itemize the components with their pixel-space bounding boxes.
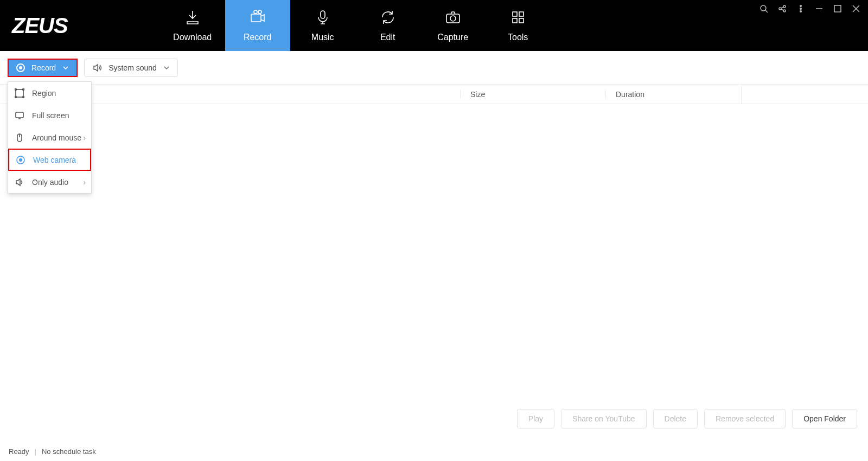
svg-point-13 [783, 10, 786, 12]
chevron-down-icon [163, 65, 170, 71]
status-bar: Ready | No schedule task [0, 441, 868, 461]
dropdown-item-region[interactable]: Region [8, 82, 91, 104]
close-icon[interactable] [852, 4, 860, 13]
toolbar: Record System sound [0, 51, 868, 84]
chevron-right-icon: › [83, 133, 86, 142]
svg-rect-17 [834, 5, 841, 12]
svg-point-16 [800, 11, 802, 12]
svg-point-5 [450, 16, 456, 21]
svg-rect-3 [321, 11, 325, 18]
remove-selected-button[interactable]: Remove selected [704, 409, 786, 428]
svg-point-2 [258, 10, 261, 14]
chevron-right-icon: › [83, 178, 86, 187]
nav-download-label: Download [173, 33, 212, 42]
nav-music[interactable]: Music [290, 0, 355, 51]
svg-rect-9 [519, 18, 524, 23]
svg-point-12 [783, 5, 786, 8]
svg-point-10 [761, 5, 766, 11]
nav-edit-label: Edit [380, 33, 395, 42]
dropdown-item-around-mouse[interactable]: Around mouse › [8, 126, 91, 149]
dropdown-item-only-audio[interactable]: Only audio › [8, 171, 91, 193]
svg-rect-23 [16, 112, 23, 118]
nav-music-label: Music [311, 33, 334, 42]
dropdown-item-fullscreen[interactable]: Full screen [8, 104, 91, 126]
table-header: Size Duration [0, 84, 868, 104]
nav-items: Download Record Music Edit Capture [160, 0, 551, 51]
svg-rect-18 [16, 89, 23, 97]
svg-point-20 [23, 88, 24, 90]
svg-point-22 [23, 96, 24, 98]
dropdown-item-label: Web camera [33, 156, 76, 164]
svg-point-21 [15, 96, 17, 98]
app-logo: ZEUS [12, 14, 68, 38]
record-dropdown: Region Full screen Around mouse › Web ca… [8, 81, 92, 194]
camera-icon [444, 9, 462, 26]
column-divider [741, 85, 742, 104]
record-button[interactable]: Record [8, 59, 78, 77]
speaker-icon [92, 63, 102, 73]
svg-point-15 [800, 8, 802, 10]
svg-point-19 [15, 88, 17, 90]
webcam-icon [16, 155, 25, 165]
svg-rect-8 [513, 18, 517, 23]
svg-point-1 [254, 10, 257, 14]
record-button-label: Record [31, 63, 56, 72]
system-sound-label: System sound [108, 63, 157, 72]
file-list-area [0, 104, 868, 461]
play-button[interactable]: Play [517, 409, 554, 428]
svg-point-14 [800, 5, 802, 7]
refresh-icon [379, 9, 397, 26]
svg-rect-7 [519, 12, 524, 16]
dropdown-item-label: Full screen [32, 111, 69, 120]
dropdown-item-label: Region [32, 89, 56, 98]
minimize-icon[interactable] [815, 4, 824, 13]
svg-rect-6 [513, 12, 517, 16]
chevron-down-icon [62, 65, 69, 71]
nav-capture[interactable]: Capture [420, 0, 486, 51]
maximize-icon[interactable] [833, 4, 842, 13]
nav-capture-label: Capture [437, 33, 468, 42]
audio-icon [15, 177, 24, 187]
share-youtube-button[interactable]: Share on YouTube [561, 409, 646, 428]
region-icon [15, 88, 24, 98]
video-camera-icon [249, 9, 266, 26]
column-duration[interactable]: Duration [605, 90, 741, 99]
window-controls [760, 4, 860, 13]
mouse-icon [15, 133, 24, 143]
more-icon[interactable] [796, 4, 805, 13]
dropdown-item-label: Around mouse [32, 133, 81, 142]
column-size[interactable]: Size [460, 90, 605, 99]
system-sound-button[interactable]: System sound [84, 59, 178, 77]
nav-record-label: Record [244, 33, 272, 42]
bottom-buttons: Play Share on YouTube Delete Remove sele… [517, 409, 857, 428]
nav-tools-label: Tools [508, 33, 528, 42]
apps-grid-icon [509, 9, 527, 26]
dropdown-item-web-camera[interactable]: Web camera [8, 149, 91, 171]
share-icon[interactable] [778, 4, 787, 13]
search-icon[interactable] [760, 4, 768, 13]
download-icon [184, 9, 201, 26]
nav-download[interactable]: Download [160, 0, 225, 51]
open-folder-button[interactable]: Open Folder [792, 409, 857, 428]
nav-tools[interactable]: Tools [486, 0, 551, 51]
svg-rect-0 [251, 14, 261, 22]
delete-button[interactable]: Delete [653, 409, 698, 428]
status-separator: | [35, 447, 36, 456]
status-task: No schedule task [42, 447, 96, 456]
record-dot-icon [16, 63, 25, 72]
svg-point-26 [19, 158, 22, 162]
nav-record[interactable]: Record [225, 0, 290, 51]
dropdown-item-label: Only audio [32, 178, 68, 187]
monitor-icon [15, 111, 24, 120]
top-nav: ZEUS Download Record Music Edit [0, 0, 868, 51]
status-ready: Ready [9, 447, 29, 456]
nav-edit[interactable]: Edit [355, 0, 420, 51]
microphone-icon [314, 9, 331, 26]
svg-point-11 [779, 8, 781, 10]
